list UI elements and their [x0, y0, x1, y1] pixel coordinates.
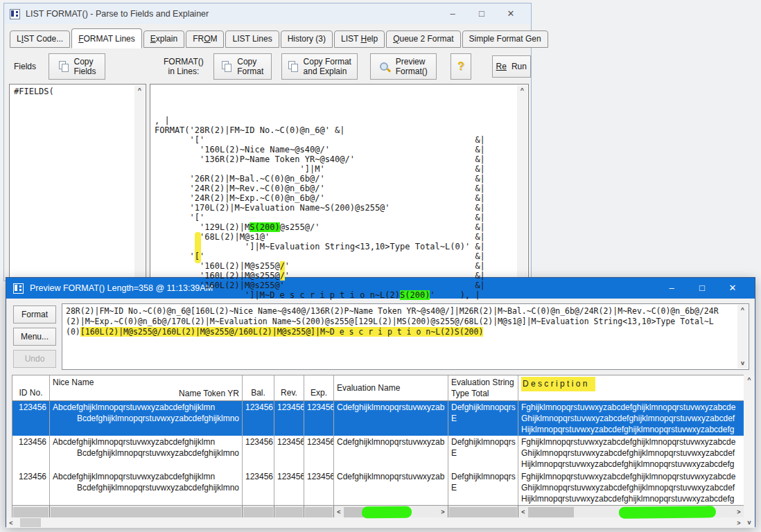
scroll-right-icon[interactable]: > [734, 520, 744, 526]
code-line: ']|M'&| [155, 164, 517, 174]
cell-description: Fghijklmnopqrstuvwxyzabcdefghijklmnopqrs… [518, 436, 744, 470]
main-window-title: LIST FORMAT() - Parse to Fields and Expl… [26, 9, 209, 19]
code-line: '160L(2)|M@s255@'&| [155, 281, 517, 290]
scroll-down-icon[interactable]: v [737, 358, 748, 369]
cell-description: Fghijklmnopqrstuvwxyzabcdefghijklmnopqrs… [518, 470, 744, 505]
fields-label: Fields [14, 62, 36, 71]
format-preview-text: 28R(2)|FM~ID No.~C(0)@n_6@[160L(2)~Nice … [62, 304, 737, 369]
cell-nice-name: Abcdefghijklmnopqrstuvwxyzabcdefghijklmn… [50, 401, 243, 436]
code-line: ']|M~D e s c r i p t i o n~L(2)S(200)' )… [155, 290, 517, 300]
cell-evaluation-string: DefghijklmnopqrsE [448, 436, 518, 470]
app-icon [13, 283, 24, 294]
table-row[interactable]: 123456Abcdefghijklmnopqrstuvwxyzabcdefgh… [12, 436, 744, 470]
fields-scrollbar[interactable]: ^ [134, 85, 145, 278]
cell-rev: 123456 [274, 401, 304, 436]
preview-window: Preview FORMAT() Length=358 @ 11:13:39AM… [6, 277, 755, 527]
cell-bal: 123456 [243, 436, 274, 470]
preview-table: ID No. Nice Name Name Token YR Bal. Rev.… [12, 375, 744, 520]
tab-explain[interactable]: Explain [143, 30, 184, 48]
main-window: LIST FORMAT() - Parse to Fields and Expl… [3, 3, 532, 281]
app-icon [10, 9, 20, 19]
scrollbar-thumb[interactable] [20, 518, 41, 527]
code-line: '129L(2)|MS(200)@s255@/'&| [155, 222, 517, 232]
scroll-left-icon[interactable]: < [6, 520, 16, 526]
table-row[interactable]: 123456Abcdefghijklmnopqrstuvwxyzabcdefgh… [12, 470, 744, 505]
tab-list-code[interactable]: LIST Code... [10, 30, 70, 48]
code-line: '24R(2)|M~Rev.~C(0)@n_6b@/'&| [155, 184, 517, 193]
undo-button[interactable]: Undo [13, 350, 56, 368]
tab-history-3[interactable]: History (3) [281, 30, 333, 48]
cell-bal: 123456 [243, 470, 274, 505]
cell-evaluation-string: DefghijklmnopqrsE [448, 401, 518, 436]
format-preview-textarea[interactable]: 28R(2)|FM~ID No.~C(0)@n_6@[160L(2)~Nice … [62, 303, 749, 370]
format-code-editor[interactable]: , |FORMAT('28R(2)|FM~ID No.~C(0)@n_6@' &… [150, 84, 529, 279]
tab-format-lines[interactable]: FORMAT Lines [71, 28, 142, 48]
close-icon[interactable]: ✕ [496, 3, 525, 24]
tab-from[interactable]: FROM [186, 30, 224, 48]
cell-evaluation-name: Cdefghijklmnopqrstuvwxyzab [334, 436, 448, 470]
code-line: '24R(2)|M~Exp.~C(0)@n_6b@/'&| [155, 193, 517, 203]
green-highlighter-mark [362, 506, 412, 519]
code-line: '['&| [155, 135, 517, 145]
code-line: '170L(2)|M~Evaluation Name~S(200)@s255@'… [155, 203, 517, 213]
tab-simple-format-gen[interactable]: Simple Format Gen [462, 30, 548, 48]
preview-format-button[interactable]: Preview Format() [370, 53, 437, 80]
scroll-up-icon[interactable]: ^ [737, 305, 748, 315]
maximize-icon[interactable]: □ [467, 3, 496, 24]
cell-nice-name: Abcdefghijklmnopqrstuvwxyzabcdefghijklmn… [50, 470, 243, 505]
col-header-exp: Exp. [304, 375, 334, 400]
table-row[interactable]: 123456Abcdefghijklmnopqrstuvwxyzabcdefgh… [12, 401, 744, 436]
minimize-icon[interactable]: – [656, 278, 687, 299]
cell-evaluation-name: Cdefghijklmnopqrstuvwxyzab [334, 470, 448, 505]
code-line: '['&| [155, 251, 517, 261]
copy-format-and-explain-button[interactable]: Copy Format and Explain [281, 53, 358, 80]
tab-list-help[interactable]: LIST Help [334, 30, 385, 48]
textarea-scrollbar[interactable]: ^ v [737, 305, 748, 369]
menu-button[interactable]: Menu... [13, 328, 56, 346]
description-header-highlight: D e s c r i p t i o n [521, 377, 595, 391]
code-scrollbar[interactable]: ^ [517, 85, 527, 278]
table-horizontal-scrollbar[interactable]: < > [6, 517, 744, 528]
code-line: '26R(2)|M~Bal.~C(0)@n_6b@/'&| [155, 174, 517, 184]
col-header-id-no: ID No. [12, 375, 50, 400]
scroll-down-icon[interactable]: v [744, 517, 755, 528]
fields-text: #FIELDS( [10, 85, 146, 98]
scrollbar-thumb[interactable] [528, 507, 574, 517]
copy-format-button[interactable]: Copy Format [213, 53, 272, 80]
copy-icon [221, 61, 232, 72]
copy-icon [58, 61, 69, 72]
col-header-bal: Bal. [243, 375, 274, 400]
code-line: '['&| [155, 213, 517, 222]
cell-exp: 123456 [304, 436, 334, 470]
table-vertical-scrollbar[interactable]: ^ v [744, 375, 755, 528]
scroll-up-icon[interactable]: ^ [744, 375, 755, 385]
col-header-nice-name: Nice Name Name Token YR [50, 375, 243, 400]
format-button[interactable]: Format [13, 305, 56, 323]
tab-list-lines[interactable]: LIST Lines [225, 30, 279, 48]
fields-panel[interactable]: #FIELDS( ^ [9, 84, 146, 279]
main-titlebar: LIST FORMAT() - Parse to Fields and Expl… [4, 3, 531, 24]
help-button[interactable]: ? [451, 53, 471, 80]
cell-exp: 123456 [304, 401, 334, 436]
cell-id-no: 123456 [12, 436, 50, 470]
code-line: '160L(2)~Nice Name~@s40@/'&| [155, 145, 517, 154]
scroll-up-icon[interactable]: ^ [134, 85, 145, 96]
scroll-up-icon[interactable]: ^ [517, 85, 527, 96]
close-icon[interactable]: ✕ [717, 278, 748, 299]
cell-rev: 123456 [274, 436, 304, 470]
cell-description: Fghijklmnopqrstuvwxyzabcdefghijklmnopqrs… [518, 401, 744, 436]
code-line: (0)[160L(2)|M@s255@/160L(2)|M@s255@/160L… [66, 327, 734, 337]
cell-exp: 123456 [304, 470, 334, 505]
table-body: 123456Abcdefghijklmnopqrstuvwxyzabcdefgh… [12, 401, 744, 505]
table-header: ID No. Nice Name Name Token YR Bal. Rev.… [12, 375, 744, 401]
magnifier-icon [379, 61, 391, 73]
rerun-button[interactable]: ReRun [492, 55, 531, 78]
tab-queue-2-format[interactable]: Queue 2 Format [386, 30, 460, 48]
code-line: '160L(2)|M@s255@/'&| [155, 261, 517, 271]
cell-evaluation-string: DefghijklmnopqrsE [448, 470, 518, 505]
copy-fields-button[interactable]: Copy Fields [49, 53, 105, 80]
col-header-evaluation-name: Evaluation Name [334, 375, 448, 400]
maximize-icon[interactable]: □ [687, 278, 717, 299]
minimize-icon[interactable]: – [438, 3, 467, 24]
preview-content: Format Menu... Undo 28R(2)|FM~ID No.~C(0… [6, 299, 755, 526]
